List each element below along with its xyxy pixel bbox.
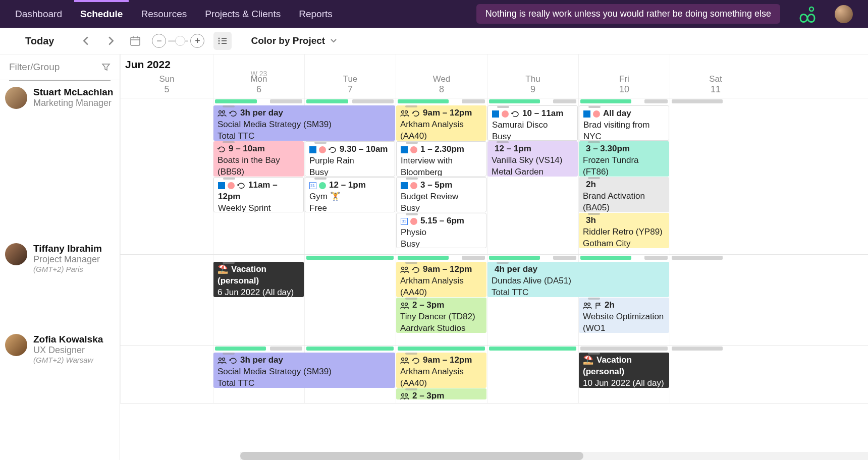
horizontal-scrollbar[interactable] <box>240 452 868 460</box>
day-column-header: Wed8 <box>396 54 487 98</box>
person-role: UX Designer <box>33 345 103 356</box>
person-name: Tiffany Ibrahim <box>33 243 102 254</box>
svg-point-17 <box>402 303 404 305</box>
svg-point-13 <box>402 110 404 113</box>
availability-strip <box>215 347 266 351</box>
calendar-event[interactable]: 2hWebsite Optimization (WO1Metal Garden <box>579 298 669 333</box>
calendar-event[interactable]: 3hRiddler Retro (YP89)Gotham City <box>579 213 669 248</box>
svg-point-24 <box>405 358 408 360</box>
person-row[interactable]: Zofia Kowalska UX Designer (GMT+2) Warsa… <box>0 328 120 386</box>
calendar-event[interactable]: 9am – 12pmArkham Analysis (AA40)Gotham C… <box>396 353 486 388</box>
zoom-in-icon[interactable]: + <box>190 34 204 48</box>
list-view-icon[interactable] <box>213 32 232 50</box>
calendar-event[interactable]: 11am – 12pmWeekly Sprint PlanningBusy <box>213 177 304 212</box>
svg-point-5 <box>219 38 220 39</box>
color-by-label: Color by Project <box>251 35 325 46</box>
availability-strip <box>215 99 257 103</box>
calendar-row: 3h per daySocial Media Strategy (SM39)To… <box>120 98 868 255</box>
calendar-event[interactable]: ⛱️Vacation (personal)10 Jun 2022 (All da… <box>579 353 669 388</box>
scrollbar-thumb[interactable] <box>240 452 583 460</box>
day-column-header: Fri10 <box>578 54 670 98</box>
availability-strip <box>398 256 449 260</box>
availability-strip <box>489 99 540 103</box>
avatar <box>5 243 27 265</box>
svg-point-12 <box>223 110 225 113</box>
availability-strip <box>306 347 394 351</box>
availability-strip <box>270 347 302 351</box>
svg-point-23 <box>402 358 404 360</box>
filter-group-input[interactable]: Filter/Group <box>0 54 120 80</box>
availability-strip <box>672 99 723 103</box>
calendar-event[interactable]: 3 – 5pmBudget ReviewBusy <box>396 177 486 212</box>
svg-rect-1 <box>131 37 140 45</box>
avatar <box>5 87 27 109</box>
calendar-event[interactable]: 9.30 – 10amPurple RainBusy <box>305 141 395 177</box>
svg-point-0 <box>809 7 813 11</box>
calendar-event[interactable]: 9 – 10amBoats in the Bay (BB58)Aardvark … <box>213 141 304 177</box>
calendar-row: 3h per daySocial Media Strategy (SM39)To… <box>120 346 868 404</box>
day-column-header: Thu9 <box>487 54 578 98</box>
availability-strip <box>580 99 631 103</box>
availability-strip <box>398 347 485 351</box>
nav-reports[interactable]: Reports <box>299 1 333 27</box>
availability-strip <box>306 256 394 260</box>
nav-dashboard[interactable]: Dashboard <box>15 1 62 27</box>
calendar-event[interactable]: 1 – 2.30pmInterview with BloombergBusy <box>396 141 486 177</box>
calendar-event[interactable]: 9am – 12pmArkham Analysis (AA40)Gotham C… <box>396 105 486 141</box>
svg-point-21 <box>219 358 222 360</box>
calendar-event[interactable]: All dayBrad visiting from NYCFree <box>579 105 669 141</box>
calendar-event[interactable]: 12 – 1pmGym 🏋️Free <box>305 177 395 212</box>
day-column-header: Sat11 <box>670 54 761 98</box>
availability-strip <box>462 256 485 260</box>
nav-resources[interactable]: Resources <box>141 1 187 27</box>
person-role: Project Manager <box>33 254 102 265</box>
nav-schedule[interactable]: Schedule <box>80 1 123 27</box>
next-icon[interactable] <box>103 33 119 48</box>
filter-icon[interactable] <box>101 63 111 72</box>
prev-icon[interactable] <box>78 33 93 48</box>
zoom-out-icon[interactable]: − <box>152 34 166 48</box>
day-column-header: Tue7 <box>304 54 396 98</box>
calendar-event[interactable]: 10 – 11amSamurai DiscoBusy <box>487 105 578 141</box>
calendar-event[interactable]: 3h per daySocial Media Strategy (SM39)To… <box>213 353 395 388</box>
calendar-event[interactable]: 2 – 3pmTiny Dancer (TD82)Aardvark Studio… <box>396 298 486 333</box>
calendar-event[interactable]: 3 – 3.30pmFrozen Tundra (FT86)Metal Gard… <box>579 141 669 177</box>
availability-strip <box>489 256 540 260</box>
calendar-event[interactable]: 2 – 3pm <box>396 388 486 399</box>
calendar-event[interactable]: 2hBrand Activation (BA05)Bizco <box>579 177 669 212</box>
color-by-dropdown[interactable]: Color by Project <box>251 35 337 46</box>
nav-projects-clients[interactable]: Projects & Clients <box>205 1 281 27</box>
calendar-event[interactable]: 9am – 12pmArkham Analysis (AA40)Gotham C… <box>396 262 486 297</box>
svg-point-20 <box>588 303 590 305</box>
calendar-event[interactable]: 5.15 – 6pmPhysioBusy <box>396 213 486 248</box>
app-logo-icon[interactable] <box>798 5 817 23</box>
day-column-header: W 23Mon6 <box>213 54 304 98</box>
avatar[interactable] <box>835 5 853 23</box>
person-row[interactable]: Tiffany Ibrahim Project Manager (GMT+2) … <box>0 237 120 328</box>
avatar <box>5 334 27 356</box>
availability-strip <box>306 99 348 103</box>
availability-strip <box>398 99 449 103</box>
availability-strip <box>462 99 485 103</box>
calendar-event[interactable]: ⛱️Vacation (personal)6 Jun 2022 (All day… <box>213 262 304 297</box>
availability-strip <box>553 99 576 103</box>
calendar-event[interactable]: 4h per dayDundas Alive (DA51)Total TTC <box>487 262 669 297</box>
person-role: Marketing Manager <box>33 98 113 108</box>
availability-strip <box>352 99 394 103</box>
zoom-slider[interactable]: − + <box>152 34 204 48</box>
month-label: Jun 2022 <box>125 59 171 71</box>
calendar-icon[interactable] <box>128 33 143 48</box>
svg-point-9 <box>219 43 220 44</box>
person-tz: (GMT+2) Paris <box>33 265 102 273</box>
availability-strip <box>580 256 631 260</box>
person-tz: (GMT+2) Warsaw <box>33 356 103 364</box>
calendar-event[interactable]: 12 – 1pmVanilla Sky (VS14)Metal Garden <box>487 141 578 177</box>
quote-banner: Nothing is really work unless you would … <box>476 4 780 24</box>
availability-strip <box>270 99 302 103</box>
svg-point-26 <box>405 393 408 396</box>
person-row[interactable]: Stuart McLachlan Marketing Manager <box>0 81 120 237</box>
sidebar: Filter/Group Stuart McLachlan Marketing … <box>0 54 120 460</box>
availability-strip <box>672 347 723 351</box>
calendar-event[interactable]: 3h per daySocial Media Strategy (SM39)To… <box>213 105 395 141</box>
today-button[interactable]: Today <box>10 35 69 47</box>
